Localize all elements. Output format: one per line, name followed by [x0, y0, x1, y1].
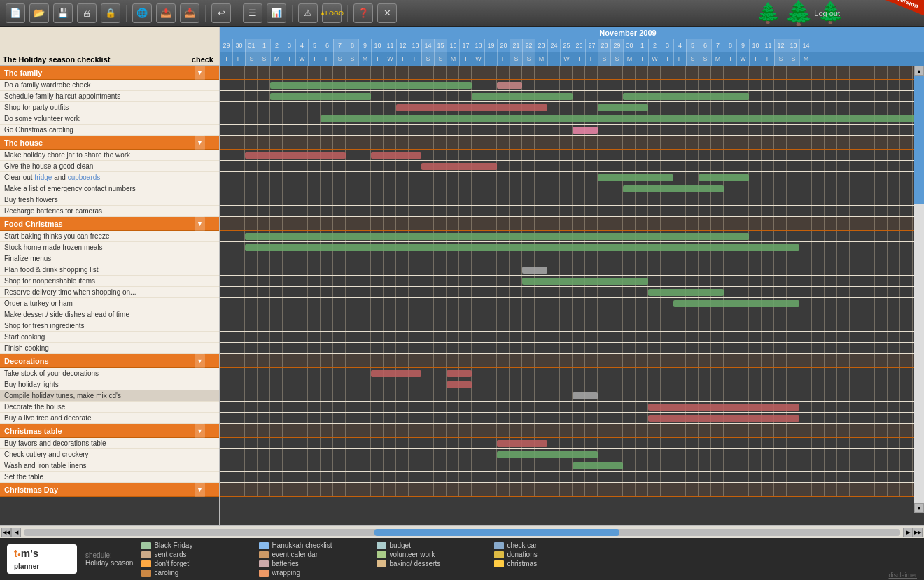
logout-button[interactable]: Log out [814, 9, 840, 17]
task-row-house-1[interactable]: Give the house a good clean [0, 161, 219, 172]
gantt-bar[interactable] [623, 93, 749, 100]
task-row-christmas_table-2[interactable]: Wash and iron table linens [0, 460, 219, 472]
undo-button[interactable]: ↩ [211, 3, 231, 23]
print-button[interactable]: 🖨 [77, 3, 97, 23]
task-row-food-8[interactable]: Shop for fresh ingredients [0, 320, 219, 332]
hscroll-thumb[interactable] [374, 529, 620, 536]
gantt-bar[interactable] [598, 174, 673, 181]
task-row-christmas_table-3[interactable]: Set the table [0, 472, 219, 483]
gantt-bar[interactable] [245, 233, 749, 240]
task-link-cupboards[interactable]: cupboards [68, 174, 101, 181]
logo-button[interactable]: ★LOGO [322, 3, 342, 23]
gantt-bar[interactable] [598, 104, 648, 111]
gantt-bar[interactable] [497, 451, 598, 458]
task-row-decorations-2[interactable]: Compile holiday tunes, make mix cd's [0, 390, 219, 402]
section-header-family[interactable]: The family▼ [0, 66, 219, 80]
gantt-bar[interactable] [648, 415, 799, 422]
vscroll-up-button[interactable]: ▲ [914, 66, 924, 76]
vertical-scrollbar[interactable]: ▲ ▼ [914, 66, 924, 513]
open-button[interactable]: 📂 [29, 3, 49, 23]
task-row-decorations-3[interactable]: Decorate the house [0, 402, 219, 413]
task-row-food-7[interactable]: Make dessert/ side dishes ahead of time [0, 309, 219, 320]
gantt-bar[interactable] [699, 174, 749, 181]
task-row-food-9[interactable]: Start cooking [0, 332, 219, 343]
task-row-house-5[interactable]: Recharge batteries for cameras [0, 206, 219, 217]
gantt-bar[interactable] [623, 185, 724, 192]
section-header-decorations[interactable]: Decorations▼ [0, 354, 219, 368]
task-row-house-0[interactable]: Make holiday chore jar to share the work [0, 150, 219, 161]
task-row-food-5[interactable]: Reserve delivery time when shopping on..… [0, 287, 219, 298]
task-rows-container[interactable]: The family▼Do a family wardrobe checkSch… [0, 66, 219, 525]
help-button[interactable]: ❓ [354, 3, 373, 23]
save-button[interactable]: 💾 [53, 3, 73, 23]
task-row-food-10[interactable]: Finish cooking [0, 343, 219, 354]
section-header-house[interactable]: The house▼ [0, 136, 219, 150]
gantt-bar[interactable] [396, 104, 547, 111]
gantt-button[interactable]: 📊 [267, 3, 286, 23]
task-row-house-2[interactable]: Clear out fridge and cupboards [0, 172, 219, 183]
gantt-bar[interactable] [421, 163, 497, 170]
task-row-family-3[interactable]: Do some volunteer work [0, 113, 219, 125]
gantt-bar[interactable] [245, 244, 799, 251]
gantt-bar[interactable] [673, 300, 799, 307]
gantt-bar[interactable] [371, 152, 421, 159]
disclaimer-link[interactable]: disclaimer [888, 572, 917, 580]
gantt-bar[interactable] [573, 127, 598, 134]
task-row-food-0[interactable]: Start baking thinks you can freeze [0, 231, 219, 242]
task-row-family-4[interactable]: Go Christmas caroling [0, 125, 219, 136]
gantt-bar[interactable] [522, 278, 648, 285]
task-row-family-0[interactable]: Do a family wardrobe check [0, 80, 219, 91]
task-row-house-3[interactable]: Make a list of emergency contact numbers [0, 183, 219, 194]
task-row-food-6[interactable]: Order a turkey or ham [0, 298, 219, 309]
lock-button[interactable]: 🔒 [101, 3, 120, 23]
export-button[interactable]: 📤 [156, 3, 176, 23]
gantt-bar[interactable] [648, 289, 724, 296]
task-row-christmas_table-1[interactable]: Check cutlery and crockery [0, 449, 219, 460]
vscroll-down-button[interactable]: ▼ [914, 503, 924, 513]
new-button[interactable]: 📄 [6, 3, 25, 23]
task-link-fridge[interactable]: fridge [34, 174, 52, 181]
section-collapse-christmas_day[interactable]: ▼ [195, 482, 205, 497]
vscroll-thumb[interactable] [914, 76, 924, 204]
hscroll-right-far-button[interactable]: ▶▶ [913, 528, 923, 537]
gantt-bar[interactable] [371, 370, 421, 377]
list-button[interactable]: ☰ [243, 3, 262, 23]
gantt-bar[interactable] [497, 82, 522, 89]
gantt-bar[interactable] [573, 392, 598, 399]
task-row-food-1[interactable]: Stock home made frozen meals [0, 242, 219, 253]
task-row-family-2[interactable]: Shop for party outfits [0, 102, 219, 113]
share-button[interactable]: 🌐 [132, 3, 152, 23]
gantt-bar[interactable] [472, 93, 573, 100]
section-header-christmas_table[interactable]: Christmas table▼ [0, 424, 219, 438]
section-collapse-food[interactable]: ▼ [195, 216, 205, 232]
section-collapse-house[interactable]: ▼ [195, 135, 205, 150]
task-row-decorations-0[interactable]: Take stock of your decorations [0, 368, 219, 379]
gantt-bar[interactable] [245, 152, 346, 159]
gantt-bar[interactable] [270, 82, 472, 89]
alert-button[interactable]: ⚠ [298, 3, 318, 23]
hscroll-right-button[interactable]: ▶ [903, 528, 913, 537]
task-row-christmas_table-0[interactable]: Buy favors and decorations table [0, 438, 219, 449]
section-collapse-decorations[interactable]: ▼ [195, 353, 205, 369]
section-collapse-family[interactable]: ▼ [195, 66, 205, 80]
task-row-food-3[interactable]: Plan food & drink shopping list [0, 264, 219, 276]
task-row-family-1[interactable]: Schedule family haircut appointments [0, 91, 219, 102]
task-row-house-4[interactable]: Buy fresh flowers [0, 194, 219, 206]
hscroll-left-far-button[interactable]: ◀◀ [1, 528, 11, 537]
gantt-bar[interactable] [573, 462, 623, 469]
task-row-decorations-1[interactable]: Buy holiday lights [0, 379, 219, 390]
gantt-bar[interactable] [522, 267, 547, 274]
gantt-bar[interactable] [270, 93, 371, 100]
gantt-bar[interactable] [447, 370, 472, 377]
section-header-christmas_day[interactable]: Christmas Day▼ [0, 483, 219, 497]
import-button[interactable]: 📥 [180, 3, 200, 23]
task-row-food-2[interactable]: Finalize menus [0, 253, 219, 264]
gantt-bar[interactable] [447, 381, 472, 388]
gantt-bar[interactable] [648, 404, 799, 411]
task-row-decorations-4[interactable]: Buy a live tree and decorate [0, 413, 219, 424]
hscroll-left-button[interactable]: ◀ [11, 528, 21, 537]
task-row-food-4[interactable]: Shop for nonperishable items [0, 276, 219, 287]
section-header-food[interactable]: Food Christmas▼ [0, 217, 219, 231]
section-collapse-christmas_table[interactable]: ▼ [195, 423, 205, 439]
gantt-scroll-container[interactable] [220, 66, 924, 525]
